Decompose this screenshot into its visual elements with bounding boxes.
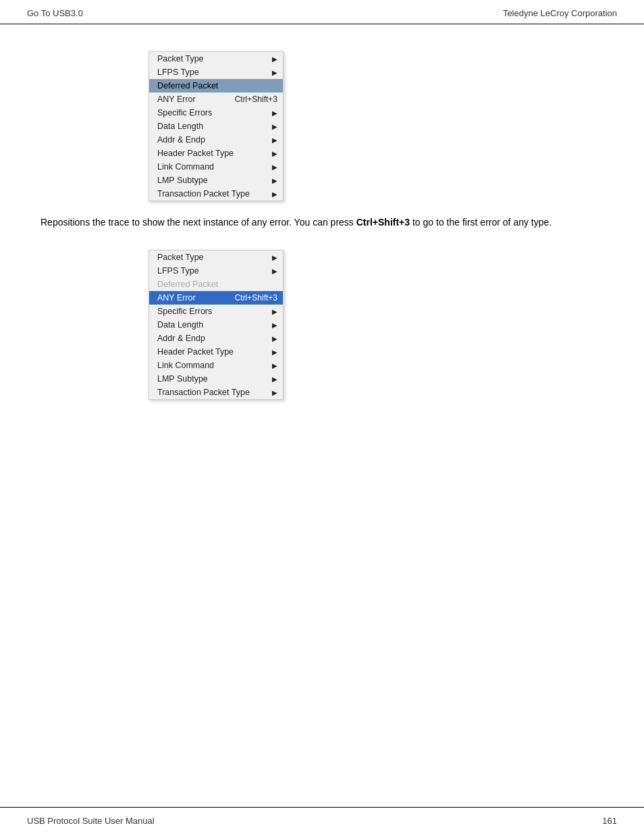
menu1-item-right-5: ▶: [265, 123, 277, 130]
menu2-item-5[interactable]: Data Length▶: [149, 318, 283, 332]
footer-left: USB Protocol Suite User Manual: [27, 816, 155, 826]
menu1-item-arrow-10: ▶: [272, 190, 277, 198]
menu1-item-4[interactable]: Specific Errors▶: [149, 106, 283, 120]
menu2-item-arrow-1: ▶: [272, 267, 277, 275]
menu2-item-arrow-7: ▶: [272, 348, 277, 356]
menu1-item-right-8: ▶: [265, 163, 277, 171]
menu1-item-6[interactable]: Addr & Endp▶: [149, 133, 283, 147]
menu2-item-label-10: Transaction Packet Type: [157, 388, 250, 397]
menu2-item-arrow-6: ▶: [272, 335, 277, 342]
menu1-item-1[interactable]: LFPS Type▶: [149, 66, 283, 79]
menu2-item-6[interactable]: Addr & Endp▶: [149, 332, 283, 345]
footer-right: 161: [602, 816, 617, 826]
menu2-item-shortcut-3: Ctrl+Shift+3: [235, 293, 277, 303]
menu2-item-label-5: Data Length: [157, 320, 203, 330]
menu1-item-shortcut-3: Ctrl+Shift+3: [235, 95, 277, 104]
menu1-item-2[interactable]: Deferred Packet: [149, 79, 283, 93]
menu2-item-label-9: LMP Subtype: [157, 374, 208, 384]
menu1-item-right-7: ▶: [265, 150, 277, 157]
menu2-item-right-8: ▶: [265, 362, 277, 369]
menu2-container: Packet Type▶LFPS Type▶Deferred PacketANY…: [149, 250, 603, 400]
menu2-item-label-6: Addr & Endp: [157, 334, 205, 343]
menu1-item-label-1: LFPS Type: [157, 68, 199, 77]
menu2-item-9[interactable]: LMP Subtype▶: [149, 372, 283, 386]
menu2-item-arrow-0: ▶: [272, 254, 277, 261]
menu1-item-10[interactable]: Transaction Packet Type▶: [149, 187, 283, 201]
menu2-item-7[interactable]: Header Packet Type▶: [149, 345, 283, 359]
menu2-item-right-6: ▶: [265, 335, 277, 342]
menu1-item-8[interactable]: Link Command▶: [149, 160, 283, 174]
menu2-item-10[interactable]: Transaction Packet Type▶: [149, 386, 283, 399]
menu2-item-0[interactable]: Packet Type▶: [149, 251, 283, 264]
description-text: Repositions the trace to show the next i…: [41, 215, 603, 230]
menu1-item-arrow-8: ▶: [272, 163, 277, 171]
menu2-item-right-5: ▶: [265, 321, 277, 329]
menu1-item-arrow-0: ▶: [272, 55, 277, 63]
menu1-item-right-4: ▶: [265, 109, 277, 117]
header-right: Teledyne LeCroy Corporation: [503, 8, 617, 18]
menu1-item-arrow-6: ▶: [272, 136, 277, 144]
menu2-item-right-4: ▶: [265, 308, 277, 315]
menu1-item-label-5: Data Length: [157, 122, 203, 131]
description-bold: Ctrl+Shift+3: [356, 217, 410, 228]
menu2-item-arrow-4: ▶: [272, 308, 277, 315]
menu1-item-right-9: ▶: [265, 177, 277, 184]
menu1-item-right-3: Ctrl+Shift+3: [221, 95, 277, 104]
menu2-item-8[interactable]: Link Command▶: [149, 359, 283, 372]
menu1-item-right-6: ▶: [265, 136, 277, 144]
menu1-item-label-2: Deferred Packet: [157, 81, 218, 90]
menu1-item-label-4: Specific Errors: [157, 108, 212, 118]
header-left: Go To USB3.0: [27, 8, 83, 18]
description-part2: to go to the first error of any type.: [410, 217, 552, 228]
menu1-item-right-10: ▶: [265, 190, 277, 198]
menu1-item-right-1: ▶: [265, 69, 277, 76]
menu2-item-arrow-8: ▶: [272, 362, 277, 369]
menu2-item-3[interactable]: ANY ErrorCtrl+Shift+3: [149, 291, 283, 305]
menu1-item-arrow-7: ▶: [272, 150, 277, 157]
menu1-item-label-9: LMP Subtype: [157, 176, 208, 185]
menu2-item-arrow-9: ▶: [272, 375, 277, 383]
menu2-item-label-3: ANY Error: [157, 293, 196, 303]
menu2-item-right-10: ▶: [265, 389, 277, 396]
menu1-container: Packet Type▶LFPS Type▶Deferred PacketANY…: [149, 51, 603, 201]
menu2-item-right-7: ▶: [265, 348, 277, 356]
menu1-item-label-0: Packet Type: [157, 54, 204, 63]
menu2-item-1[interactable]: LFPS Type▶: [149, 264, 283, 278]
menu1-item-5[interactable]: Data Length▶: [149, 120, 283, 133]
menu2-item-4[interactable]: Specific Errors▶: [149, 305, 283, 318]
menu2-item-right-0: ▶: [265, 254, 277, 261]
menu1-item-arrow-5: ▶: [272, 123, 277, 130]
menu2-item-label-8: Link Command: [157, 361, 214, 370]
menu1-item-0[interactable]: Packet Type▶: [149, 52, 283, 66]
menu1-item-9[interactable]: LMP Subtype▶: [149, 174, 283, 187]
menu1-item-arrow-1: ▶: [272, 69, 277, 76]
menu2-item-label-1: LFPS Type: [157, 266, 199, 276]
menu2-item-label-2: Deferred Packet: [157, 280, 218, 289]
menu2-item-arrow-10: ▶: [272, 389, 277, 396]
description-part1: Repositions the trace to show the next i…: [41, 217, 356, 228]
menu1-item-label-6: Addr & Endp: [157, 135, 205, 145]
menu2-item-right-1: ▶: [265, 267, 277, 275]
menu1-item-arrow-9: ▶: [272, 177, 277, 184]
menu1-item-right-0: ▶: [265, 55, 277, 63]
menu2-item-label-4: Specific Errors: [157, 307, 212, 316]
menu2-item-right-9: ▶: [265, 375, 277, 383]
menu1-item-3[interactable]: ANY ErrorCtrl+Shift+3: [149, 93, 283, 106]
menu2-item-arrow-5: ▶: [272, 321, 277, 329]
menu1-item-7[interactable]: Header Packet Type▶: [149, 147, 283, 160]
menu1-item-label-7: Header Packet Type: [157, 149, 234, 158]
menu1-item-label-8: Link Command: [157, 162, 214, 172]
menu2-item-label-0: Packet Type: [157, 253, 204, 262]
menu2-item-right-3: Ctrl+Shift+3: [221, 293, 277, 303]
menu1-item-label-3: ANY Error: [157, 95, 196, 104]
menu1: Packet Type▶LFPS Type▶Deferred PacketANY…: [149, 51, 284, 201]
menu2-item-2[interactable]: Deferred Packet: [149, 278, 283, 291]
menu1-item-label-10: Transaction Packet Type: [157, 189, 250, 199]
menu2: Packet Type▶LFPS Type▶Deferred PacketANY…: [149, 250, 284, 400]
menu1-item-arrow-4: ▶: [272, 109, 277, 117]
menu2-item-label-7: Header Packet Type: [157, 347, 234, 357]
